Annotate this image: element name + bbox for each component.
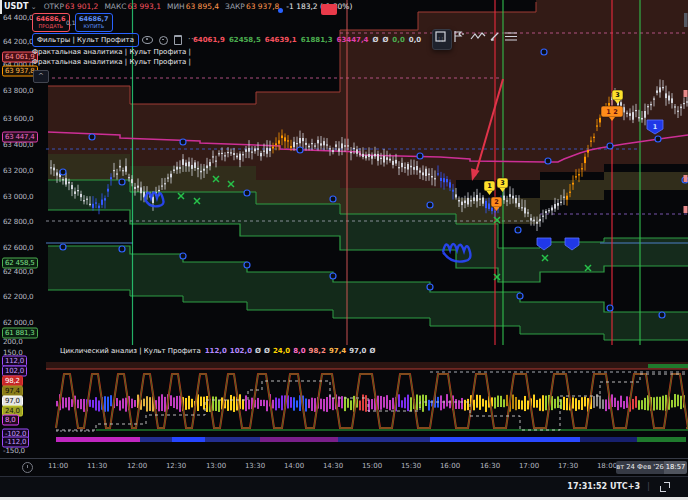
indicator-value: Ø bbox=[382, 36, 388, 44]
time-tick: 11:00 bbox=[48, 462, 68, 470]
buy-price: 64686,7 bbox=[79, 16, 109, 23]
node-circle bbox=[180, 253, 186, 259]
notification-dot bbox=[278, 8, 283, 13]
price-tick: 63 000,0 bbox=[3, 192, 33, 201]
alert-badge[interactable] bbox=[321, 4, 337, 15]
indicator-value: 61881,3 bbox=[301, 36, 333, 44]
rectangle-tool-icon[interactable] bbox=[436, 32, 445, 41]
ohlc-values: ОТКР63 901,2МАКС63 993,1МИН63 895,4ЗАКР6… bbox=[44, 2, 280, 11]
oscillator-value: Ø bbox=[255, 347, 261, 355]
svg-text:1 2: 1 2 bbox=[606, 108, 617, 116]
indicator-fractal-1[interactable]: Фрактальная аналитика | Культ Профита | bbox=[32, 48, 191, 56]
indicator-filters-label[interactable]: Фильтры | Культ Профита bbox=[32, 33, 139, 47]
indicator-fractal-2[interactable]: Фрактальная аналитика | Культ Профита | bbox=[32, 58, 191, 66]
price-tick: 64 200,0 bbox=[3, 37, 33, 46]
oscillator-value: Ø bbox=[264, 347, 270, 355]
node-circle bbox=[515, 227, 521, 233]
oscillator-value: 24,0 bbox=[273, 347, 290, 355]
node-circle bbox=[60, 244, 66, 250]
trash-icon[interactable] bbox=[174, 35, 182, 45]
time-tick: 17:00 bbox=[519, 462, 539, 470]
time-tick: 12:30 bbox=[166, 462, 186, 470]
sell-button[interactable]: 64686,6 ПРОДАТЬ bbox=[32, 13, 70, 32]
flag-tool-icon[interactable] bbox=[455, 31, 463, 42]
svg-text:3: 3 bbox=[500, 179, 505, 187]
node-circle bbox=[60, 169, 66, 175]
indicator-value: 0,0 bbox=[392, 36, 404, 44]
svg-text:1: 1 bbox=[487, 182, 492, 190]
ohlc-item: ЗАКР63 937,8 bbox=[225, 2, 279, 11]
crosshair-date-badge: вт 24 Фев '26 bbox=[616, 461, 664, 474]
node-circle bbox=[545, 158, 551, 164]
price-tick: 62 600,0 bbox=[3, 243, 33, 252]
zone-resistance-maroon bbox=[48, 0, 688, 188]
divider: | bbox=[647, 481, 650, 491]
drawing-toolbar: ⁞⁞ bbox=[432, 29, 452, 50]
indicator-value: 62458,5 bbox=[229, 36, 261, 44]
oscillator-value: 112,0 bbox=[205, 347, 227, 355]
node-circle bbox=[330, 196, 336, 202]
node-circle bbox=[297, 147, 303, 153]
main-chart-svg: 13231 21 bbox=[0, 0, 688, 500]
oscillator-value: 97,4 bbox=[329, 347, 346, 355]
status-bar: 17:31:52 UTC+3 | bbox=[0, 476, 688, 499]
price-badge: 61 881,3 bbox=[2, 328, 38, 339]
sell-price: 64686,6 bbox=[36, 16, 66, 23]
node-circle bbox=[119, 179, 125, 185]
price-tick: 62 200,0 bbox=[3, 292, 33, 301]
ohlc-item: ОТКР63 901,2 bbox=[44, 2, 99, 11]
wave-tool-icon[interactable] bbox=[471, 33, 485, 39]
time-axis[interactable]: 11:0011:3012:0012:3013:0013:3014:0014:30… bbox=[0, 458, 688, 476]
oscillator-value: 97,0 bbox=[349, 347, 366, 355]
node-circle bbox=[659, 312, 665, 318]
buy-button[interactable]: 64686,7 КУПИТЬ bbox=[75, 13, 113, 32]
scrollbar-thumb[interactable] bbox=[684, 13, 688, 27]
price-badge: 8,0 bbox=[2, 415, 19, 426]
oscillator-value: 102,0 bbox=[230, 347, 252, 355]
node-circle bbox=[119, 246, 125, 252]
indicator-value: 64639,1 bbox=[265, 36, 297, 44]
indicator-value: 0,0 bbox=[409, 36, 421, 44]
price-tick: 62 800,0 bbox=[3, 217, 33, 226]
maximize-icon[interactable] bbox=[660, 482, 670, 492]
oscillator-header: Циклический анализ | Культ Профита 112,0… bbox=[60, 347, 375, 355]
edge-alert-marker bbox=[684, 175, 688, 182]
change-value: -1 183,2 (-1,80%) bbox=[286, 2, 352, 11]
brush-tool-icon[interactable] bbox=[491, 33, 498, 40]
tag-marker[interactable]: 1 bbox=[484, 181, 495, 195]
time-tick: 14:00 bbox=[284, 462, 304, 470]
clock-icon[interactable] bbox=[22, 462, 33, 473]
gear-icon[interactable] bbox=[159, 36, 168, 45]
oscillator-value: Ø bbox=[369, 347, 375, 355]
time-tick: 15:00 bbox=[362, 462, 382, 470]
node-circle bbox=[89, 134, 95, 140]
time-tick: 14:30 bbox=[323, 462, 343, 470]
svg-text:1: 1 bbox=[653, 123, 658, 131]
tag-marker[interactable]: 3 bbox=[497, 178, 508, 192]
eye-icon[interactable] bbox=[142, 36, 153, 44]
list-tool-icon[interactable] bbox=[505, 33, 517, 40]
node-circle bbox=[330, 273, 336, 279]
ohlc-item: МАКС63 993,1 bbox=[104, 2, 161, 11]
node-circle bbox=[517, 293, 523, 299]
node-circle bbox=[417, 153, 423, 159]
toolbar-icons bbox=[433, 30, 521, 43]
time-tick: 16:00 bbox=[440, 462, 460, 470]
time-tick: 16:30 bbox=[480, 462, 500, 470]
time-tick: 17:30 bbox=[558, 462, 578, 470]
time-tick: 11:30 bbox=[87, 462, 107, 470]
indicator-values: 64061,962458,564639,161881,363447,4ØØ0,0… bbox=[193, 36, 421, 44]
node-circle bbox=[607, 305, 613, 311]
price-badge: -112,0 bbox=[2, 437, 29, 448]
oscillator-title[interactable]: Циклический анализ | Культ Профита bbox=[60, 347, 201, 355]
time-tick: 13:30 bbox=[245, 462, 265, 470]
symbol-label[interactable]: USDT ⌄ bbox=[4, 2, 37, 11]
time-tick: 18:00 bbox=[597, 462, 617, 470]
edge-alert-marker bbox=[684, 90, 688, 97]
oscillator-pane bbox=[46, 362, 688, 442]
chevron-down-icon: ⌄ bbox=[31, 3, 37, 11]
collapse-chevron-button[interactable]: ^ bbox=[33, 70, 49, 83]
node-circle bbox=[244, 262, 250, 268]
price-badge: 62 458,5 bbox=[2, 258, 38, 269]
price-tick: 64 400,0 bbox=[3, 13, 33, 22]
